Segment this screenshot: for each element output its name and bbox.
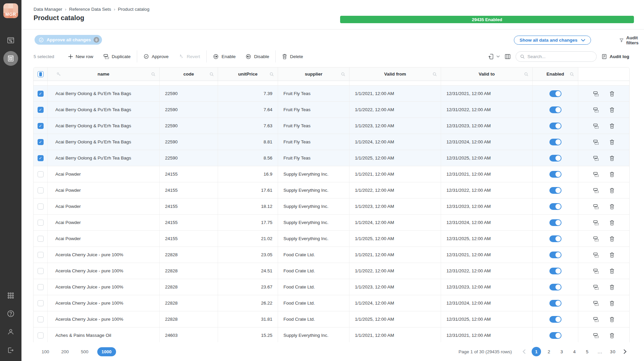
- cell-valid-from[interactable]: 1/1/2021, 12:00 AM: [350, 247, 441, 263]
- row-duplicate-icon[interactable]: [593, 139, 599, 145]
- cell-valid-from[interactable]: 1/1/2023, 12:00 AM: [350, 198, 441, 214]
- column-header-enabled[interactable]: Enabled: [533, 67, 578, 81]
- cell-code[interactable]: 22828: [160, 311, 218, 327]
- cell-valid-to[interactable]: 12/31/2024, 12:00 AM: [441, 295, 533, 311]
- enable-button[interactable]: Enable: [208, 50, 240, 63]
- cell-valid-to[interactable]: 12/31/2022, 12:00 AM: [441, 263, 533, 279]
- row-checkbox[interactable]: [38, 107, 44, 113]
- column-header-code[interactable]: code: [160, 67, 218, 81]
- cell-supplier[interactable]: Fruit Fly Teas: [278, 150, 350, 166]
- row-checkbox[interactable]: [38, 139, 44, 145]
- cell-supplier[interactable]: Fruit Fly Teas: [278, 86, 350, 101]
- cell-name[interactable]: Acai Powder: [48, 231, 160, 246]
- cell-valid-to[interactable]: 12/31/2021, 12:00 AM: [441, 166, 533, 182]
- column-search-icon[interactable]: [209, 72, 214, 77]
- row-checkbox[interactable]: [38, 236, 44, 242]
- column-search-icon[interactable]: [570, 72, 574, 77]
- cell-supplier[interactable]: Supply Everything Inc.: [278, 182, 350, 198]
- disable-button[interactable]: Disable: [240, 50, 274, 63]
- row-delete-icon[interactable]: [609, 188, 614, 193]
- row-duplicate-icon[interactable]: [593, 268, 599, 274]
- row-delete-icon[interactable]: [609, 301, 614, 306]
- column-search-icon[interactable]: [524, 72, 529, 77]
- column-header-supplier[interactable]: supplier: [278, 67, 350, 81]
- cell-valid-from[interactable]: 1/1/2022, 12:00 AM: [350, 263, 441, 279]
- row-checkbox[interactable]: [38, 252, 44, 258]
- cell-unitprice[interactable]: 31.81: [218, 311, 278, 327]
- row-checkbox[interactable]: [38, 268, 44, 274]
- row-delete-icon[interactable]: [609, 268, 614, 274]
- column-header-name[interactable]: name: [48, 67, 160, 81]
- cell-supplier[interactable]: Fruit Fly Teas: [278, 134, 350, 150]
- cell-supplier[interactable]: Food Crate Ltd.: [278, 295, 350, 311]
- enabled-toggle[interactable]: [549, 123, 561, 129]
- cell-name[interactable]: Acai Berry Oolong & Pu'Erh Tea Bags: [48, 86, 160, 101]
- page-size-100[interactable]: 100: [38, 348, 53, 356]
- cell-name[interactable]: Acerola Cherry Juice - pure 100%: [48, 311, 160, 327]
- cell-code[interactable]: 22828: [160, 263, 218, 279]
- help-icon[interactable]: [7, 310, 15, 318]
- cell-valid-from[interactable]: 1/1/2022, 12:00 AM: [350, 182, 441, 198]
- cell-valid-from[interactable]: 1/1/2024, 12:00 AM: [350, 215, 441, 230]
- cell-unitprice[interactable]: 8.81: [218, 134, 278, 150]
- enabled-toggle[interactable]: [549, 139, 561, 145]
- cell-valid-to[interactable]: 12/31/2022, 12:00 AM: [441, 182, 533, 198]
- cell-name[interactable]: Aches & Pains Massage Oil: [48, 327, 160, 342]
- reference-data-sets-icon-active[interactable]: [3, 51, 18, 66]
- cell-name[interactable]: Acai Powder: [48, 182, 160, 198]
- cell-valid-from[interactable]: 1/1/2023, 12:00 AM: [350, 279, 441, 295]
- cell-code[interactable]: 22828: [160, 295, 218, 311]
- row-checkbox[interactable]: [38, 91, 44, 97]
- cell-valid-from[interactable]: 1/1/2022, 12:00 AM: [350, 102, 441, 118]
- approve-all-changes-button[interactable]: Approve all changes 0: [35, 35, 102, 45]
- cell-valid-from[interactable]: 1/1/2024, 12:00 AM: [350, 134, 441, 150]
- cell-valid-from[interactable]: 1/1/2023, 12:00 AM: [350, 118, 441, 134]
- logout-icon[interactable]: [7, 347, 14, 354]
- prev-page-button[interactable]: [520, 349, 528, 354]
- show-all-data-dropdown[interactable]: Show all data and changes: [514, 36, 591, 45]
- cell-valid-from[interactable]: 1/1/2025, 12:00 AM: [350, 311, 441, 327]
- cell-name[interactable]: Acerola Cherry Juice - pure 100%: [48, 247, 160, 263]
- table-search[interactable]: [516, 51, 597, 62]
- cell-code[interactable]: 22590: [160, 86, 218, 101]
- cell-unitprice[interactable]: 23.05: [218, 247, 278, 263]
- column-header-valid-from[interactable]: Valid from: [350, 67, 441, 81]
- enabled-toggle[interactable]: [549, 171, 561, 178]
- cell-code[interactable]: 22590: [160, 150, 218, 166]
- row-duplicate-icon[interactable]: [593, 123, 599, 129]
- cell-unitprice[interactable]: 17.61: [218, 182, 278, 198]
- cell-unitprice[interactable]: 7.64: [218, 102, 278, 118]
- breadcrumb-reference-data-sets[interactable]: Reference Data Sets: [69, 7, 111, 12]
- table-row[interactable]: Acai Berry Oolong & Pu'Erh Tea Bags 2259…: [34, 86, 629, 102]
- apps-grid-icon[interactable]: [7, 292, 14, 299]
- cell-unitprice[interactable]: 7.63: [218, 118, 278, 134]
- cell-supplier[interactable]: Fruit Fly Teas: [278, 102, 350, 118]
- cell-unitprice[interactable]: 26.22: [218, 295, 278, 311]
- cell-name[interactable]: Acai Powder: [48, 198, 160, 214]
- cell-name[interactable]: Acai Powder: [48, 215, 160, 230]
- table-row[interactable]: Acerola Cherry Juice - pure 100% 22828 2…: [34, 295, 629, 311]
- cell-unitprice[interactable]: 18.12: [218, 198, 278, 214]
- table-row[interactable]: Acai Powder 24155 17.75 Supply Everythin…: [34, 215, 629, 231]
- cell-supplier[interactable]: Fruit Fly Teas: [278, 118, 350, 134]
- table-row[interactable]: Acerola Cherry Juice - pure 100% 22828 3…: [34, 311, 629, 327]
- table-row[interactable]: Acerola Cherry Juice - pure 100% 22828 2…: [34, 279, 629, 295]
- new-row-button[interactable]: New row: [63, 50, 99, 63]
- cell-valid-from[interactable]: 1/1/2025, 12:00 AM: [350, 150, 441, 166]
- row-checkbox[interactable]: [38, 155, 44, 161]
- row-delete-icon[interactable]: [609, 155, 614, 161]
- row-checkbox[interactable]: [38, 171, 44, 177]
- cell-unitprice[interactable]: 15.25: [218, 327, 278, 342]
- cell-code[interactable]: 24603: [160, 327, 218, 342]
- row-checkbox[interactable]: [38, 284, 44, 290]
- cell-supplier[interactable]: Food Crate Ltd.: [278, 263, 350, 279]
- cell-supplier[interactable]: Food Crate Ltd.: [278, 311, 350, 327]
- enabled-toggle[interactable]: [549, 106, 561, 113]
- row-delete-icon[interactable]: [609, 107, 614, 112]
- cell-valid-from[interactable]: 1/1/2021, 12:00 AM: [350, 327, 441, 342]
- row-duplicate-icon[interactable]: [593, 172, 599, 177]
- row-checkbox[interactable]: [38, 220, 44, 226]
- cell-unitprice[interactable]: 21.02: [218, 231, 278, 246]
- revert-button[interactable]: Revert: [174, 50, 205, 63]
- cell-code[interactable]: 24155: [160, 198, 218, 214]
